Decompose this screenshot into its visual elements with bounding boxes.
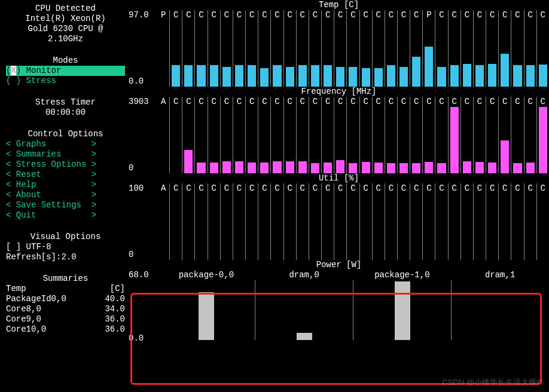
col-label: C bbox=[373, 10, 385, 20]
menu-reset[interactable]: < Reset > bbox=[6, 170, 125, 180]
bar-col bbox=[208, 107, 221, 173]
bar-col bbox=[449, 20, 461, 87]
cpu-line3: 2.10GHz bbox=[6, 34, 125, 44]
bar-col bbox=[195, 107, 208, 173]
power-label: dram,1 bbox=[451, 270, 549, 280]
bar-col bbox=[410, 107, 423, 173]
summary-row: PackageId0,040.0 bbox=[6, 294, 125, 304]
col-label: C bbox=[499, 97, 511, 107]
col-label: C bbox=[309, 10, 322, 20]
menu-graphs[interactable]: < Graphs > bbox=[6, 139, 125, 149]
col-label: A bbox=[157, 183, 170, 194]
menu-summaries[interactable]: < Summaries > bbox=[6, 149, 125, 160]
col-label: C bbox=[221, 97, 233, 107]
col-label: C bbox=[474, 10, 486, 20]
bar-col bbox=[360, 194, 373, 260]
bar-col bbox=[258, 20, 271, 87]
bar-col bbox=[284, 107, 297, 173]
menu-about[interactable]: < About > bbox=[6, 190, 125, 200]
power-bar-col bbox=[353, 280, 452, 340]
bar-col bbox=[435, 20, 448, 87]
col-label: C bbox=[398, 10, 410, 20]
bar-col bbox=[499, 20, 511, 87]
bar-col bbox=[170, 107, 182, 173]
cpu-detected-title: CPU Detected bbox=[6, 4, 125, 14]
col-label: C bbox=[461, 97, 474, 107]
visual-options-title: Visual Options bbox=[6, 232, 125, 242]
menu-stress-options[interactable]: < Stress Options > bbox=[6, 160, 125, 170]
bar-col bbox=[486, 107, 499, 173]
stress-timer-value: 00:00:00 bbox=[6, 108, 125, 118]
bar-col bbox=[258, 194, 271, 260]
col-label: C bbox=[423, 183, 435, 194]
col-label: C bbox=[385, 97, 398, 107]
bar-col bbox=[373, 20, 385, 87]
bar-col bbox=[511, 20, 524, 87]
bar-col bbox=[347, 107, 359, 173]
menu-save-settings[interactable]: < Save Settings > bbox=[6, 200, 125, 210]
mode-stress[interactable]: ( ) Stress bbox=[6, 76, 125, 86]
col-label: C bbox=[524, 183, 537, 194]
bar-col bbox=[499, 107, 511, 173]
bar-col bbox=[410, 194, 423, 260]
graph-title: Util [%] bbox=[129, 173, 549, 183]
bar-col bbox=[410, 20, 423, 87]
bar-col bbox=[385, 194, 398, 260]
utf8-option[interactable]: [ ] UTF-8 bbox=[6, 242, 125, 252]
power-bar-col bbox=[157, 280, 255, 340]
bar-col bbox=[221, 194, 233, 260]
col-label: C bbox=[208, 97, 221, 107]
col-label: C bbox=[322, 183, 334, 194]
bar-col bbox=[271, 107, 283, 173]
bar-col bbox=[246, 20, 258, 87]
col-label: C bbox=[461, 183, 474, 194]
bar-col bbox=[271, 20, 283, 87]
bar-col bbox=[233, 194, 246, 260]
power-bar-col bbox=[452, 280, 549, 340]
bar-col bbox=[182, 194, 195, 260]
bar-col bbox=[461, 194, 474, 260]
col-label: C bbox=[347, 10, 359, 20]
col-label: C bbox=[360, 183, 373, 194]
bar-col bbox=[157, 20, 170, 87]
col-label: C bbox=[449, 183, 461, 194]
refresh-option[interactable]: Refresh[s]:2.0 bbox=[6, 252, 125, 262]
col-label: C bbox=[297, 97, 309, 107]
bar-col bbox=[182, 20, 195, 87]
col-label: C bbox=[170, 97, 182, 107]
bar-col bbox=[385, 107, 398, 173]
bar-col bbox=[449, 107, 461, 173]
bar-col bbox=[157, 194, 170, 260]
bar-col bbox=[246, 194, 258, 260]
col-label: C bbox=[322, 97, 334, 107]
col-label: C bbox=[435, 97, 448, 107]
col-label: C bbox=[373, 183, 385, 194]
bar-col bbox=[461, 107, 474, 173]
col-label: C bbox=[271, 183, 283, 194]
bar-col bbox=[474, 194, 486, 260]
menu-quit[interactable]: < Quit > bbox=[6, 210, 125, 220]
col-label: A bbox=[157, 97, 170, 107]
bar-col bbox=[423, 194, 435, 260]
col-label: C bbox=[170, 183, 182, 194]
graph-title: Power [W] bbox=[129, 260, 549, 270]
watermark: CSDN @小锋学长生活大爆炸 bbox=[442, 377, 544, 387]
bar-col bbox=[398, 20, 410, 87]
col-label: C bbox=[284, 183, 297, 194]
bar-col bbox=[233, 107, 246, 173]
menu-help[interactable]: < Help > bbox=[6, 180, 125, 190]
col-label: C bbox=[486, 10, 499, 20]
bar-col bbox=[537, 107, 549, 173]
col-label: C bbox=[537, 97, 549, 107]
bar-col bbox=[474, 107, 486, 173]
bar-col bbox=[524, 194, 537, 260]
col-label: C bbox=[398, 97, 410, 107]
bar-col bbox=[297, 194, 309, 260]
col-label: C bbox=[410, 97, 423, 107]
bar-col bbox=[246, 107, 258, 173]
bar-col bbox=[360, 20, 373, 87]
bar-col bbox=[284, 194, 297, 260]
mode-monitor[interactable]: (X) Monitor bbox=[6, 66, 125, 76]
col-label: C bbox=[271, 10, 283, 20]
y-max: 68.0 bbox=[129, 270, 157, 280]
